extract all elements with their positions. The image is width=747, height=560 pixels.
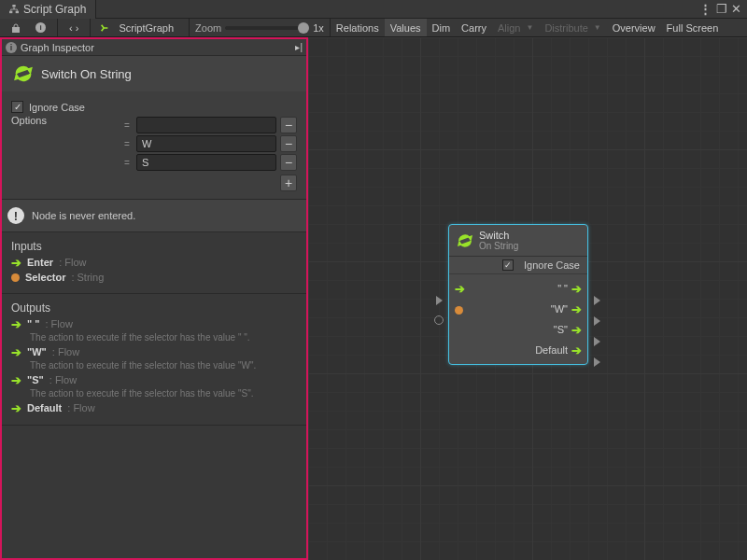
node-output-label: Default [535, 344, 568, 356]
output-type: : Flow [46, 318, 73, 329]
output-desc: The action to execute if the selector ha… [30, 332, 297, 343]
zoom-slider[interactable] [225, 26, 309, 30]
zoom-label: Zoom [195, 22, 221, 34]
option-row: = − [121, 135, 297, 152]
relations-button[interactable]: Relations [331, 19, 385, 36]
node-output-label: "W" [551, 303, 568, 315]
node-ignore-case-label: Ignore Case [524, 259, 580, 271]
values-button[interactable]: Values [385, 19, 427, 36]
remove-option-button[interactable]: − [280, 135, 297, 152]
node-title-text: Switch On String [41, 67, 132, 81]
svg-rect-0 [12, 5, 15, 7]
node-title: Switch [479, 230, 518, 241]
warning-icon: ! [7, 207, 24, 224]
flow-connector-icon[interactable] [594, 316, 600, 326]
output-desc: The action to execute if the selector ha… [30, 388, 297, 399]
input-name: Selector [25, 272, 65, 283]
graph-canvas[interactable]: Switch On String ✓ Ignore Case ➔ " "➔ " [308, 37, 747, 560]
output-name: "S" [27, 374, 44, 385]
add-option-button[interactable]: + [280, 175, 297, 191]
drag-handle-icon[interactable]: = [121, 139, 133, 149]
remove-option-button[interactable]: − [280, 154, 297, 171]
collapse-icon[interactable]: ▸| [295, 42, 303, 52]
lock-button[interactable] [6, 23, 26, 33]
output-type: : Flow [67, 402, 94, 413]
chevron-down-icon: ▼ [526, 23, 533, 32]
switch-icon [457, 232, 473, 249]
fullscreen-button[interactable]: Full Screen [661, 19, 725, 36]
flow-arrow-icon: ➔ [11, 257, 21, 269]
value-connector-icon[interactable] [434, 315, 444, 325]
option-input[interactable] [136, 135, 276, 152]
info-icon: i [35, 22, 46, 33]
options-list: = − = − = − [121, 115, 297, 191]
output-type: : Flow [49, 374, 77, 385]
inputs-section: Inputs ➔ Enter : Flow Selector : String [2, 232, 306, 294]
graph-tree-icon [9, 5, 19, 14]
carry-button[interactable]: Carry [456, 19, 492, 36]
output-name: " " [27, 318, 40, 329]
output-name: Default [27, 402, 62, 413]
output-type: : Flow [52, 346, 79, 357]
outputs-section: Outputs ➔" ": Flow The action to execute… [2, 294, 306, 426]
flow-out-port-icon[interactable]: ➔ [571, 344, 582, 357]
options-label: Options [11, 115, 121, 191]
svg-rect-1 [9, 10, 12, 13]
flow-arrow-icon: ➔ [11, 318, 21, 330]
remove-option-button[interactable]: − [280, 117, 297, 133]
value-port-icon [11, 273, 20, 282]
inspector-title: Graph Inspector [21, 42, 94, 53]
flow-connector-icon[interactable] [594, 357, 600, 367]
ignore-case-checkbox[interactable]: ✓ [11, 101, 23, 113]
code-button[interactable]: ‹ › [63, 22, 84, 34]
overview-button[interactable]: Overview [607, 19, 661, 36]
graph-inspector-panel: i Graph Inspector ▸| Switch On String ✓ … [0, 37, 308, 560]
flow-arrow-icon: ➔ [11, 374, 21, 386]
info-button[interactable]: i [30, 22, 51, 33]
window-tab[interactable]: Script Graph [0, 0, 96, 19]
window-restore-icon[interactable]: ❐ [716, 2, 727, 16]
svg-rect-2 [16, 10, 19, 13]
node-header[interactable]: Switch On String [449, 225, 587, 257]
chevron-down-icon: ▼ [594, 23, 601, 32]
switch-icon [13, 63, 34, 84]
inputs-title: Inputs [11, 240, 297, 253]
ignore-case-label: Ignore Case [29, 102, 85, 113]
inspector-header[interactable]: i Graph Inspector ▸| [2, 39, 306, 56]
option-input[interactable] [136, 154, 276, 171]
outputs-title: Outputs [11, 301, 297, 315]
switch-node[interactable]: Switch On String ✓ Ignore Case ➔ " "➔ " [448, 224, 588, 365]
warning-text: Node is never entered. [32, 210, 135, 221]
flow-in-port-icon[interactable]: ➔ [455, 283, 465, 295]
dim-button[interactable]: Dim [427, 19, 457, 36]
lock-icon [11, 23, 21, 33]
node-ignore-case-checkbox[interactable]: ✓ [502, 259, 514, 271]
flow-connector-icon[interactable] [594, 296, 600, 305]
flow-connector-icon[interactable] [594, 337, 600, 346]
flow-out-port-icon[interactable]: ➔ [571, 324, 582, 336]
input-type: : String [71, 272, 104, 283]
warning-section: ! Node is never entered. [2, 200, 306, 232]
window-close-icon[interactable]: ✕ [731, 2, 741, 16]
window-menu-icon[interactable]: ⋮ [699, 2, 712, 16]
window-title: Script Graph [23, 3, 86, 16]
output-name: "W" [27, 346, 47, 357]
zoom-thumb[interactable] [298, 22, 309, 34]
flow-out-port-icon[interactable]: ➔ [571, 283, 582, 295]
properties-section: ✓ Ignore Case Options = − = [2, 91, 306, 200]
flow-connector-icon[interactable] [436, 296, 443, 305]
drag-handle-icon[interactable]: = [121, 158, 133, 168]
node-title-section: Switch On String [2, 56, 306, 91]
drag-handle-icon[interactable]: = [121, 120, 133, 131]
distribute-button[interactable]: Distribute▼ [539, 19, 606, 36]
align-button[interactable]: Align▼ [492, 19, 539, 36]
flow-arrow-icon: ➔ [11, 402, 21, 414]
value-in-port-icon[interactable] [455, 306, 463, 315]
option-input[interactable] [136, 117, 276, 133]
info-icon: i [6, 42, 17, 53]
node-subtitle: On String [479, 241, 518, 251]
flow-out-port-icon[interactable]: ➔ [571, 303, 582, 315]
graph-tab-button[interactable]: ScriptGraph [113, 22, 179, 34]
option-row: = − [121, 154, 297, 171]
zoom-value: 1x [313, 22, 324, 34]
